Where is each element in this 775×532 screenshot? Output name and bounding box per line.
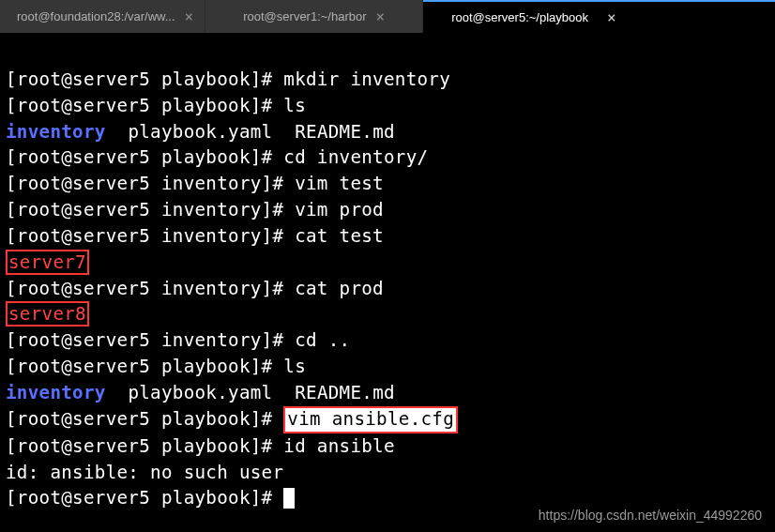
output-server7: server7 [6, 250, 89, 275]
command: mkdir inventory [283, 68, 450, 90]
command: ls [283, 356, 306, 377]
prompt: [root@server5 playbook]# [6, 435, 283, 457]
tab-title: root@server5:~/playbook [451, 10, 588, 24]
file-playbook: playbook.yaml [128, 382, 272, 403]
command: ls [283, 95, 306, 116]
close-icon[interactable]: × [185, 9, 194, 24]
prompt: [root@server5 playbook]# [6, 487, 283, 509]
command: vim test [295, 173, 384, 194]
tab-server1[interactable]: root@server1:~/harbor × [205, 0, 423, 33]
prompt: [root@server5 inventory]# [6, 199, 295, 220]
watermark: https://blog.csdn.net/weixin_44992260 [539, 508, 762, 523]
file-readme: README.md [295, 382, 395, 403]
command: cat test [295, 225, 384, 247]
close-icon[interactable]: × [376, 9, 386, 24]
prompt: [root@server5 playbook]# [6, 68, 283, 90]
prompt: [root@server5 inventory]# [6, 329, 295, 351]
dir-inventory: inventory [6, 382, 106, 403]
prompt: [root@server5 inventory]# [6, 173, 295, 194]
prompt: [root@server5 playbook]# [6, 146, 283, 168]
command-vim-ansible: vim ansible.cfg [283, 406, 458, 433]
terminal-cursor [283, 488, 295, 509]
prompt: [root@server5 playbook]# [6, 408, 283, 430]
command: vim prod [295, 199, 384, 220]
close-icon[interactable]: × [607, 10, 616, 25]
tab-title: root@server1:~/harbor [243, 9, 366, 23]
command: cd inventory/ [283, 146, 428, 168]
file-playbook: playbook.yaml [128, 121, 272, 143]
tab-server5[interactable]: root@server5:~/playbook × [423, 0, 775, 33]
terminal-output[interactable]: [root@server5 playbook]# mkdir inventory… [0, 33, 775, 519]
prompt: [root@server5 playbook]# [6, 95, 283, 116]
prompt: [root@server5 inventory]# [6, 278, 295, 299]
prompt: [root@server5 playbook]# [6, 356, 283, 377]
dir-inventory: inventory [6, 121, 106, 143]
command: id ansible [283, 435, 395, 457]
tab-title: root@foundation28:/var/ww... [17, 9, 175, 23]
output-id-error: id: ansible: no such user [6, 462, 283, 483]
output-server8: server8 [6, 301, 89, 327]
tab-bar: root@foundation28:/var/ww... × root@serv… [0, 0, 775, 33]
tab-foundation[interactable]: root@foundation28:/var/ww... × [0, 0, 205, 33]
prompt: [root@server5 inventory]# [6, 225, 295, 247]
command: cd .. [295, 329, 350, 351]
file-readme: README.md [295, 121, 395, 143]
command: cat prod [295, 278, 384, 299]
